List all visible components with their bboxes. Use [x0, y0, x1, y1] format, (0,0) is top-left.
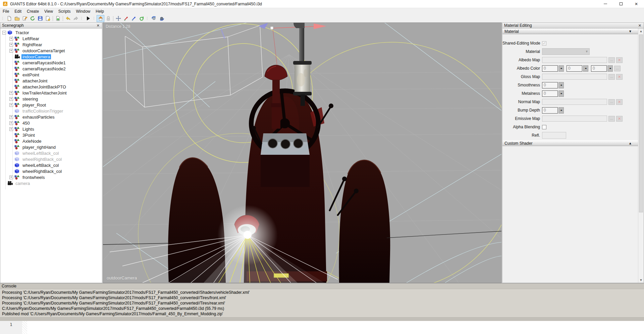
tree-item-indoorCamera[interactable]: indoorCamera — [0, 54, 102, 60]
menu-item[interactable]: Help — [93, 8, 107, 14]
tree-item-Lights[interactable]: +Lights — [0, 126, 102, 132]
tree-item-outdoorCameraTarget[interactable]: +outdoorCameraTarget — [0, 48, 102, 54]
normal-map-browse-button[interactable]: ... — [608, 99, 615, 105]
collapse-expander-icon[interactable]: − — [2, 31, 6, 35]
tree-item-LeftRear[interactable]: +LeftRear — [0, 36, 102, 42]
normal-map-delete-button[interactable]: ✕ — [616, 99, 623, 105]
maximize-button[interactable] — [613, 0, 629, 8]
expand-expander-icon[interactable]: + — [9, 43, 13, 47]
emissive-map-input[interactable] — [542, 116, 607, 122]
expand-expander-icon[interactable]: + — [9, 127, 13, 131]
tree-item-player_Root[interactable]: +player_Root — [0, 102, 102, 108]
tree-item-wheelRightBack_col[interactable]: wheelRightBack_col — [0, 168, 102, 174]
albedo-color-g-spinner[interactable]: ◂▸ — [583, 65, 588, 72]
save-button[interactable] — [36, 15, 44, 22]
tree-item-attacherJoint[interactable]: attacherJoint — [0, 78, 102, 84]
tree-item-Tractor[interactable]: −Tractor — [0, 29, 102, 36]
expand-expander-icon[interactable]: + — [9, 91, 13, 95]
expand-expander-icon[interactable]: + — [9, 103, 13, 107]
material-section-bar[interactable]: Material ▼ — [502, 28, 638, 34]
expand-expander-icon[interactable]: + — [9, 121, 13, 125]
console-horizontal-scrollbar[interactable] — [0, 317, 644, 321]
custom-shader-section-bar[interactable]: Custom Shader ▲ — [502, 140, 638, 146]
emissive-map-delete-button[interactable]: ✕ — [616, 116, 623, 122]
gloss-map-browse-button[interactable]: ... — [608, 74, 615, 80]
tree-item-cameraRaycastNode1[interactable]: cameraRaycastNode1 — [0, 60, 102, 66]
metalness-spinner[interactable]: ◂▸ — [558, 90, 564, 97]
smoothness-spinner[interactable]: ◂▸ — [558, 82, 564, 88]
tree-item-trafficCollisionTrigger[interactable]: trafficCollisionTrigger — [0, 108, 102, 114]
normal-map-input[interactable] — [542, 99, 607, 105]
emissive-map-browse-button[interactable]: ... — [608, 116, 615, 122]
camera-mode-button[interactable] — [97, 15, 104, 22]
minimize-button[interactable] — [598, 0, 613, 8]
close-button[interactable]: ✕ — [629, 0, 644, 8]
expand-expander-icon[interactable]: + — [9, 97, 13, 101]
undo-button[interactable] — [64, 15, 72, 22]
material-panel-close-button[interactable]: ✕ — [638, 24, 642, 27]
expand-expander-icon[interactable]: + — [9, 176, 13, 179]
script-input-area[interactable] — [27, 321, 644, 334]
tree-item-3Point[interactable]: 3Point — [0, 132, 102, 138]
reload-button[interactable] — [29, 15, 36, 22]
smoothness-input[interactable] — [542, 82, 558, 88]
tree-item-frontwheels[interactable]: +frontwheels — [0, 174, 102, 180]
albedo-map-browse-button[interactable]: ... — [608, 57, 615, 63]
bump-depth-spinner[interactable]: ◂▸ — [558, 107, 564, 114]
albedo-color-b-spinner[interactable]: ◂▸ — [607, 65, 613, 72]
menu-item[interactable]: Scripts — [56, 8, 73, 14]
tree-item-camera[interactable]: camera — [0, 180, 102, 186]
new-file-button[interactable] — [5, 15, 13, 22]
tree-item-steering[interactable]: +steering — [0, 96, 102, 102]
scroll-up-icon[interactable]: ▲ — [638, 28, 644, 34]
refl-input[interactable] — [542, 132, 566, 139]
scrollbar-thumb[interactable] — [639, 35, 643, 212]
tree-item-cameraRaycastNode2[interactable]: cameraRaycastNode2 — [0, 66, 102, 72]
tree-item-wheelLeftBack_col[interactable]: wheelLeftBack_col — [0, 150, 102, 156]
viewport-canvas[interactable]: Distance 1.28 outdoorCamera — [103, 22, 502, 283]
translate-gizmo-button[interactable] — [122, 15, 130, 22]
import-button[interactable] — [44, 15, 52, 22]
orbit-camera-button[interactable] — [150, 15, 158, 22]
albedo-color-r-input[interactable] — [542, 65, 558, 72]
scroll-down-icon[interactable]: ▼ — [638, 277, 644, 283]
scenegraph-close-button[interactable]: ✕ — [96, 24, 100, 27]
scale-gizmo-button[interactable] — [138, 15, 145, 22]
tree-item-lowTrailerAttacherJoint[interactable]: +lowTrailerAttacherJoint — [0, 90, 102, 96]
refresh-view-button[interactable] — [158, 15, 165, 22]
material-dropdown[interactable]: ▾ — [542, 48, 590, 55]
rotate-gizmo-button[interactable] — [130, 15, 138, 22]
gloss-map-input[interactable] — [542, 74, 607, 80]
gloss-map-delete-button[interactable]: ✕ — [616, 74, 623, 80]
tree-item-AxleNode[interactable]: AxleNode — [0, 138, 102, 144]
menu-item[interactable]: Window — [73, 8, 93, 14]
expand-expander-icon[interactable]: + — [9, 37, 13, 41]
tree-item-attacherJointBackPTO[interactable]: attacherJointBackPTO — [0, 84, 102, 90]
open-file-button[interactable] — [13, 15, 21, 22]
edit-scene-button[interactable] — [21, 15, 29, 22]
alpha-blending-checkbox[interactable] — [542, 125, 546, 129]
material-panel-scrollbar[interactable]: ▲ ▼ — [638, 28, 644, 283]
expand-expander-icon[interactable]: + — [9, 49, 13, 53]
bump-depth-input[interactable] — [542, 107, 558, 114]
tree-item-wheelLeftBack_col[interactable]: wheelLeftBack_col — [0, 162, 102, 168]
shared-editing-checkbox[interactable]: ✓ — [542, 41, 546, 46]
redo-button[interactable] — [72, 15, 79, 22]
move-tool-button[interactable] — [114, 15, 122, 22]
albedo-map-input[interactable] — [542, 57, 607, 63]
tree-item-wheelRightBack_col[interactable]: wheelRightBack_col — [0, 156, 102, 162]
menu-item[interactable]: Edit — [12, 8, 24, 14]
metalness-input[interactable] — [542, 90, 558, 97]
add-file-button[interactable] — [54, 15, 62, 22]
expand-expander-icon[interactable]: + — [9, 115, 13, 119]
tree-item-exhaustParticles[interactable]: +exhaustParticles — [0, 114, 102, 120]
menu-item[interactable]: View — [42, 8, 56, 14]
albedo-color-picker-button[interactable]: ... — [614, 66, 621, 71]
tree-item-player_rightHand[interactable]: player_rightHand — [0, 144, 102, 150]
menu-item[interactable]: Create — [24, 8, 42, 14]
play-button[interactable] — [84, 15, 92, 22]
tree-item-RightRear[interactable]: +RightRear — [0, 42, 102, 48]
albedo-map-delete-button[interactable]: ✕ — [616, 57, 623, 63]
tree-item-exitPoint[interactable]: exitPoint — [0, 72, 102, 78]
albedo-color-g-input[interactable] — [567, 65, 582, 72]
